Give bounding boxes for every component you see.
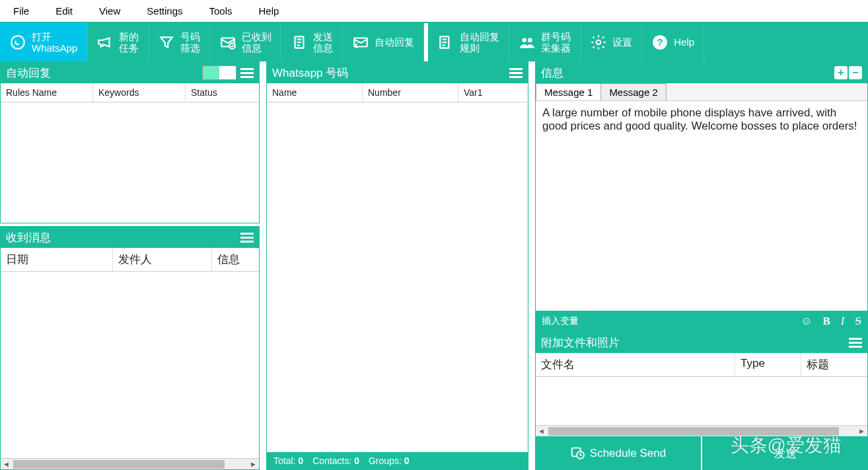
tab-message-2[interactable]: Message 2 [600, 83, 666, 100]
add-message-button[interactable]: + [834, 66, 848, 79]
messages-header: 信息 + − [536, 62, 867, 83]
left-column: 自动回复 Rules Name Keywords Status 收到消息 [0, 61, 260, 470]
auto-reply-toggle[interactable] [202, 65, 236, 80]
numbers-body [267, 102, 528, 452]
col-rules-name[interactable]: Rules Name [1, 83, 93, 102]
strike-icon[interactable]: S [855, 315, 861, 328]
total-label: Total: [273, 455, 295, 466]
toolbar-help-label: Help [674, 36, 694, 48]
svg-point-6 [523, 38, 527, 43]
menu-tools[interactable]: Tools [196, 3, 245, 19]
reply-icon [352, 34, 369, 51]
menu-view[interactable]: View [86, 3, 133, 19]
svg-text:?: ? [657, 36, 663, 48]
megaphone-icon [96, 34, 114, 51]
toolbar-number-filter-label: 号码筛选 [180, 31, 200, 54]
received-title: 收到消息 [6, 230, 51, 245]
menu-bar: File Edit View Settings Tools Help [0, 0, 868, 23]
messages-panel: 信息 + − Message 1 Message 2 A large numbe… [535, 61, 868, 311]
svg-point-8 [597, 40, 601, 45]
received-menu-icon[interactable] [240, 233, 254, 243]
auto-reply-header: 自动回复 [1, 62, 259, 83]
envelope-check-icon [219, 34, 236, 51]
toolbar-group-collector[interactable]: 群号码采集器 [509, 23, 581, 61]
send-now-button[interactable]: 发送 [701, 437, 868, 470]
menu-edit[interactable]: Edit [42, 3, 86, 19]
svg-point-0 [11, 36, 24, 49]
numbers-status: Total: 0 Contacts: 0 Groups: 0 [267, 452, 528, 469]
groups-label: Groups: [369, 455, 402, 466]
numbers-panel: Whatsapp 号码 Name Number Var1 Total: 0 Co… [266, 61, 528, 470]
toolbar-auto-reply-rules[interactable]: 自动回复规则 [428, 23, 509, 61]
numbers-header: Whatsapp 号码 [267, 62, 528, 83]
right-column: 信息 + − Message 1 Message 2 A large numbe… [535, 61, 868, 470]
toolbar-help[interactable]: ?Help [642, 23, 704, 61]
col-keywords[interactable]: Keywords [93, 83, 186, 102]
people-icon [519, 34, 536, 51]
svg-point-7 [528, 38, 532, 43]
menu-help[interactable]: Help [246, 3, 293, 19]
message-textarea[interactable]: A large number of mobile phone displays … [536, 101, 867, 311]
col-sender[interactable]: 发件人 [113, 248, 212, 271]
gear-icon [590, 34, 607, 51]
received-header: 收到消息 [1, 227, 259, 248]
toolbar-settings-label: 设置 [612, 36, 632, 48]
message-tabs: Message 1 Message 2 [536, 83, 867, 101]
col-message[interactable]: 信息 [212, 248, 259, 271]
send-buttons: Schedule Send 发送 [535, 437, 868, 470]
received-scroll[interactable]: ◄► [1, 458, 259, 469]
toolbar-auto-reply-rules-label: 自动回复规则 [460, 31, 499, 54]
menu-settings[interactable]: Settings [133, 3, 196, 19]
attachments-body [536, 377, 867, 425]
numbers-columns: Name Number Var1 [267, 83, 528, 102]
attachments-panel: 附加文件和照片 文件名 Type 标题 ◄► [535, 331, 868, 437]
toolbar-new-task[interactable]: 新的任务 [87, 23, 149, 61]
auto-reply-panel: 自动回复 Rules Name Keywords Status [0, 61, 260, 223]
toolbar-received-msgs[interactable]: 已收到信息 [210, 23, 281, 61]
toolbar-received-msgs-label: 已收到信息 [242, 31, 271, 54]
remove-message-button[interactable]: − [849, 66, 862, 79]
numbers-title: Whatsapp 号码 [272, 65, 348, 81]
received-columns: 日期 发件人 信息 [1, 248, 259, 272]
funnel-icon [158, 34, 175, 51]
auto-reply-menu-icon[interactable] [240, 68, 254, 78]
auto-reply-columns: Rules Name Keywords Status [1, 83, 259, 102]
toolbar-open-whatsapp[interactable]: 打开WhatsApp [0, 23, 87, 61]
toolbar-auto-reply-label: 自动回复 [375, 36, 414, 48]
toolbar-new-task-label: 新的任务 [119, 31, 139, 54]
toolbar-number-filter[interactable]: 号码筛选 [149, 23, 210, 61]
insert-variable-bar: 插入变量 ☺ B I S [535, 311, 868, 331]
col-var1[interactable]: Var1 [458, 83, 528, 102]
col-status[interactable]: Status [186, 83, 259, 102]
attachments-columns: 文件名 Type 标题 [536, 353, 867, 377]
toolbar-send-msgs[interactable]: 发送信息 [281, 23, 343, 61]
col-date[interactable]: 日期 [1, 248, 113, 271]
clipboard-icon [291, 34, 308, 51]
col-name[interactable]: Name [267, 83, 363, 102]
col-number[interactable]: Number [363, 83, 458, 102]
toolbar-auto-reply[interactable]: 自动回复 [343, 23, 424, 61]
tab-message-1[interactable]: Message 1 [536, 83, 601, 100]
auto-reply-title: 自动回复 [6, 65, 51, 81]
toolbar-open-whatsapp-label: 打开WhatsApp [32, 31, 77, 54]
attachments-menu-icon[interactable] [849, 338, 862, 348]
emoji-icon[interactable]: ☺ [801, 315, 812, 328]
schedule-send-button[interactable]: Schedule Send [535, 437, 701, 470]
col-type[interactable]: Type [735, 353, 801, 376]
calendar-clock-icon [570, 445, 585, 463]
whatsapp-icon [9, 34, 26, 51]
menu-file[interactable]: File [0, 3, 42, 19]
col-title[interactable]: 标题 [801, 353, 867, 376]
send-now-label: 发送 [774, 446, 797, 461]
attachments-scroll[interactable]: ◄► [536, 425, 867, 436]
toolbar: 打开WhatsApp新的任务号码筛选已收到信息发送信息自动回复自动回复规则群号码… [0, 23, 868, 61]
bold-icon[interactable]: B [823, 315, 830, 328]
italic-icon[interactable]: I [841, 315, 845, 328]
middle-column: Whatsapp 号码 Name Number Var1 Total: 0 Co… [266, 61, 528, 470]
toolbar-settings[interactable]: 设置 [581, 23, 642, 61]
main-area: 自动回复 Rules Name Keywords Status 收到消息 [0, 61, 868, 470]
rules-icon [437, 34, 454, 51]
col-filename[interactable]: 文件名 [536, 353, 735, 376]
received-panel: 收到消息 日期 发件人 信息 ◄► [0, 226, 260, 470]
numbers-menu-icon[interactable] [509, 68, 523, 78]
